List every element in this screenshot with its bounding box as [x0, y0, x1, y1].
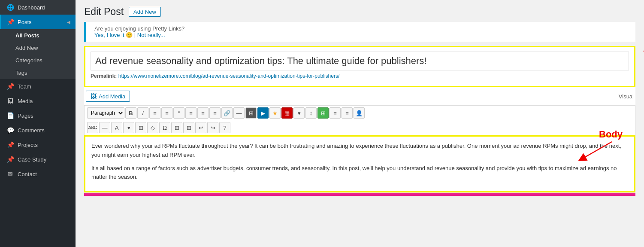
sidebar-item-all-posts[interactable]: All Posts — [0, 29, 76, 42]
permalink-label: Permalink: — [91, 73, 117, 79]
align-right-button[interactable]: ≡ — [209, 107, 221, 119]
more-button[interactable]: — — [233, 107, 245, 119]
code-button[interactable]: ▶ — [257, 107, 269, 119]
ol-button[interactable]: ≡ — [161, 107, 172, 119]
align-left-button[interactable]: ≡ — [185, 107, 197, 119]
editor-toolbar-row1: Paragraph B I ≡ ≡ “ ≡ ≡ ≡ 🔗 — ⊞ ▶ ★ ▦ ▾ … — [84, 105, 635, 120]
sidebar-item-case-study[interactable]: 📌 Case Study — [0, 152, 76, 167]
editor-toolbar-row2: ABC — A ▾ ⊞ ◇ Ω ⊞ ⊞ ↩ ↪ ? — [84, 120, 635, 135]
permalink-url[interactable]: https://www.monetizemore.com/blog/ad-rev… — [118, 73, 340, 79]
hr-button[interactable]: — — [99, 122, 110, 133]
pages-icon: 📄 — [6, 112, 14, 119]
main-content: Edit Post Add New Are you enjoying using… — [76, 0, 644, 247]
redo-button[interactable]: ↪ — [207, 122, 218, 133]
undo-button[interactable]: ↩ — [195, 122, 206, 133]
body-paragraph-1: Ever wondered why your ad RPMs fluctuate… — [91, 142, 628, 160]
case-study-icon: 📌 — [6, 156, 14, 163]
bold-button[interactable]: B — [125, 107, 136, 119]
notice-text: Are you enjoying using Pretty Links? — [94, 25, 184, 32]
help-button[interactable]: ? — [219, 122, 230, 133]
sidebar-item-dashboard[interactable]: 🌐 Dashboard — [0, 0, 76, 15]
add-media-label: Add Media — [99, 93, 125, 100]
add-media-button[interactable]: 🖼 Add Media — [86, 91, 130, 102]
user-button[interactable]: 👤 — [354, 107, 365, 119]
post-title-input[interactable] — [91, 52, 629, 70]
grid-button[interactable]: ⊞ — [317, 107, 329, 119]
posts-icon: 📌 — [6, 18, 14, 25]
projects-icon: 📌 — [6, 141, 14, 148]
sidebar-item-label: Pages — [18, 113, 33, 119]
sidebar-item-label: Posts — [18, 19, 32, 25]
posts-submenu: All Posts Add New Categories Tags — [0, 29, 76, 79]
sidebar-item-label: Contact — [18, 171, 37, 177]
fullscreen-button[interactable]: ⊞ — [245, 107, 257, 119]
sidebar-arrow-icon: ◀ — [67, 20, 70, 24]
sidebar-item-posts[interactable]: 📌 Posts ◀ — [0, 15, 76, 29]
page-header: Edit Post Add New — [76, 0, 644, 22]
font-color-dropdown[interactable]: ▾ — [123, 122, 134, 133]
blockquote-button[interactable]: “ — [173, 107, 184, 119]
erase-button[interactable]: ◇ — [147, 122, 158, 133]
ul-button[interactable]: ≡ — [149, 107, 160, 119]
sidebar-item-label: Projects — [18, 142, 38, 148]
body-paragraph-2: It's all based on a range of factors suc… — [91, 164, 628, 182]
sidebar-item-add-new[interactable]: Add New — [0, 42, 76, 54]
paste-button[interactable]: ⊞ — [135, 122, 146, 133]
special-char-button[interactable]: Ω — [159, 122, 170, 133]
font-color-button[interactable]: A — [111, 122, 122, 133]
add-new-button[interactable]: Add New — [129, 7, 161, 17]
sidebar-item-label: Team — [18, 83, 31, 90]
outdent-button[interactable]: ⊞ — [171, 122, 182, 133]
sidebar-item-label: Case Study — [18, 156, 46, 163]
sidebar-item-comments[interactable]: 💬 Comments — [0, 123, 76, 137]
sidebar-item-label: Media — [18, 98, 33, 104]
team-icon: 📌 — [6, 83, 14, 90]
strikethrough-button[interactable]: ABC — [87, 122, 98, 133]
star-button[interactable]: ★ — [269, 107, 281, 119]
comments-icon: 💬 — [6, 127, 14, 134]
bottom-bar — [84, 193, 635, 196]
sidebar: 🌐 Dashboard 📌 Posts ◀ All Posts Add New … — [0, 0, 76, 247]
indent-button[interactable]: ⊞ — [183, 122, 194, 133]
align-justify-button[interactable]: ≡ — [342, 107, 353, 119]
sidebar-item-media[interactable]: 🖼 Media — [0, 94, 76, 108]
table-button[interactable]: ▦ — [281, 107, 293, 119]
list-button[interactable]: ≡ — [330, 107, 341, 119]
italic-button[interactable]: I — [137, 107, 148, 119]
permalink-row: Permalink: https://www.monetizemore.com/… — [91, 73, 629, 79]
move-button[interactable]: ↕ — [305, 107, 317, 119]
notice-bar: Are you enjoying using Pretty Links? Yes… — [84, 22, 635, 42]
notice-link-no[interactable]: Not really... — [137, 32, 165, 38]
editor-body[interactable]: Ever wondered why your ad RPMs fluctuate… — [84, 135, 635, 192]
media-icon: 🖼 — [6, 98, 14, 104]
notice-separator: | — [134, 32, 137, 38]
sidebar-item-label: Comments — [18, 127, 45, 134]
sidebar-item-tags[interactable]: Tags — [0, 67, 76, 79]
add-media-icon: 🖼 — [91, 93, 97, 100]
sidebar-item-pages[interactable]: 📄 Pages — [0, 108, 76, 123]
paragraph-select[interactable]: Paragraph — [87, 107, 124, 119]
visual-tab[interactable]: Visual — [619, 93, 634, 100]
link-button[interactable]: 🔗 — [221, 107, 233, 119]
sidebar-item-label: Dashboard — [18, 4, 45, 11]
sidebar-item-projects[interactable]: 📌 Projects — [0, 137, 76, 152]
notice-link-yes[interactable]: Yes, I love it 🙂 — [94, 32, 133, 38]
sidebar-item-categories[interactable]: Categories — [0, 54, 76, 67]
dashboard-icon: 🌐 — [6, 4, 14, 11]
table-dropdown-button[interactable]: ▾ — [293, 107, 305, 119]
sidebar-item-contact[interactable]: ✉ Contact — [0, 167, 76, 181]
contact-icon: ✉ — [6, 171, 14, 177]
page-title: Edit Post — [84, 6, 124, 18]
align-center-button[interactable]: ≡ — [197, 107, 209, 119]
sidebar-item-team[interactable]: 📌 Team — [0, 79, 76, 94]
